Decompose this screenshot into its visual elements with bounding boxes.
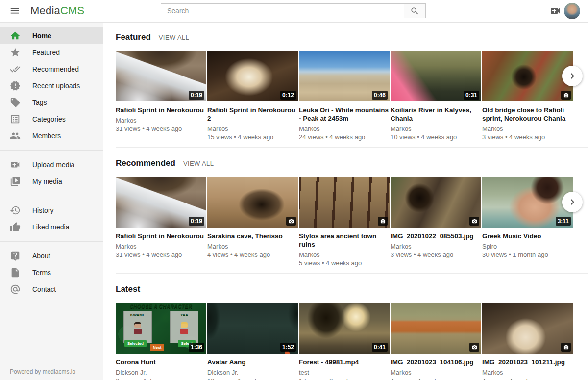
upload-media-icon[interactable] xyxy=(549,5,562,18)
media-card[interactable]: 0:31 Koiliaris River in Kalyves, Chania … xyxy=(391,51,481,141)
search-input[interactable] xyxy=(161,3,404,18)
media-title[interactable]: Greek Music Video xyxy=(482,232,573,240)
sidebar-item-featured[interactable]: Featured xyxy=(0,44,103,61)
media-title[interactable]: IMG_20201022_085503.jpg xyxy=(391,232,481,240)
logo-text-primary: Media xyxy=(30,4,60,17)
media-card[interactable]: Old bridge close to Rafioli sprint, Nero… xyxy=(482,51,573,141)
photo-thumbnail[interactable] xyxy=(391,303,481,354)
media-title[interactable]: IMG_20201023_101211.jpg xyxy=(482,358,573,366)
media-title[interactable]: Corona Hunt xyxy=(116,358,206,366)
sidebar-item-recent-uploads[interactable]: Recent uploads xyxy=(0,77,103,94)
video-thumbnail[interactable]: 0:19 xyxy=(116,177,206,228)
media-author[interactable]: Spiro xyxy=(482,243,573,250)
media-card[interactable]: 0:19 Rafioli Sprint in Nerokourou Markos… xyxy=(116,177,206,267)
section-recommended: Recommended VIEW ALL 0:19 Rafioli Sprint… xyxy=(116,158,588,274)
media-title[interactable]: Forest - 49981.mp4 xyxy=(299,358,390,366)
media-author[interactable]: Markos xyxy=(391,243,481,250)
app-logo[interactable]: MediaCMS xyxy=(30,4,84,17)
section-latest: Latest CHOOSE A CHARACTER KWAME YAA xyxy=(116,284,588,380)
photo-thumbnail[interactable] xyxy=(299,177,390,228)
media-author[interactable]: Markos xyxy=(116,243,206,250)
media-author[interactable]: Markos xyxy=(299,251,390,258)
media-card[interactable]: 3:11 Greek Music Video Spiro 30 views • … xyxy=(482,177,573,267)
media-author[interactable]: Dickson Jr. xyxy=(116,369,206,376)
media-meta: 3 views • 4 weeks ago xyxy=(482,133,573,141)
sidebar-item-tags[interactable]: Tags xyxy=(0,94,103,111)
media-card[interactable]: 0:12 Rafioli Sprint in Nerokourou 2 Mark… xyxy=(207,51,298,141)
photo-thumbnail[interactable] xyxy=(482,303,573,354)
media-meta: 4 views • 4 weeks ago xyxy=(391,377,481,380)
media-card[interactable]: IMG_20201022_085503.jpg Markos 3 views •… xyxy=(391,177,481,267)
video-thumbnail[interactable]: 0:12 xyxy=(207,51,298,101)
media-title[interactable]: Old bridge close to Rafioli sprint, Nero… xyxy=(482,106,573,123)
view-all-link[interactable]: VIEW ALL xyxy=(183,160,214,167)
photo-thumbnail[interactable] xyxy=(482,51,573,101)
duration-badge: 1:52 xyxy=(280,343,296,352)
view-all-link[interactable]: VIEW ALL xyxy=(159,34,189,41)
media-author[interactable]: test xyxy=(299,369,390,376)
media-title[interactable]: Rafioli Sprint in Nerokourou xyxy=(116,232,206,240)
media-title[interactable]: IMG_20201023_104106.jpg xyxy=(391,358,481,366)
section-divider xyxy=(116,273,588,274)
sidebar-item-home[interactable]: Home xyxy=(0,27,103,44)
sidebar-item-liked-media[interactable]: Liked media xyxy=(0,219,103,235)
media-card[interactable]: 0:41 Forest - 49981.mp4 test 17 views • … xyxy=(299,303,390,380)
media-title[interactable]: Avatar Aang xyxy=(207,358,298,366)
media-card[interactable]: IMG_20201023_104106.jpg Markos 4 views •… xyxy=(391,303,481,380)
carousel-next-button[interactable] xyxy=(562,192,583,212)
video-thumbnail[interactable]: 3:11 xyxy=(482,177,573,228)
media-card[interactable]: CHOOSE A CHARACTER KWAME YAA Selected Ne… xyxy=(116,303,206,380)
top-bar: MediaCMS xyxy=(0,0,588,23)
sidebar-item-categories[interactable]: Categories xyxy=(0,111,103,127)
search-button[interactable] xyxy=(404,3,426,18)
media-title[interactable]: Stylos area ancient town ruins xyxy=(299,232,390,249)
media-title[interactable]: Sarakina cave, Therisso xyxy=(207,232,298,240)
media-author[interactable]: Markos xyxy=(482,125,573,132)
photo-thumbnail[interactable] xyxy=(391,177,481,228)
media-author[interactable]: Markos xyxy=(391,125,481,132)
media-author[interactable]: Markos xyxy=(207,243,298,250)
section-title: Latest xyxy=(116,284,140,294)
section-featured: Featured VIEW ALL 0:19 Rafioli Sprint in… xyxy=(116,32,588,148)
media-card[interactable]: 1:52 Avatar Aang Dickson Jr. 12 views • … xyxy=(207,303,298,380)
video-thumbnail[interactable]: 1:52 xyxy=(207,303,298,354)
sidebar-item-label: Liked media xyxy=(32,223,70,231)
media-card[interactable]: Sarakina cave, Therisso Markos 4 views •… xyxy=(207,177,298,267)
media-card[interactable]: 0:46 Leuka Ori - White mountains - Peak … xyxy=(299,51,390,141)
duration-badge: 3:11 xyxy=(556,217,571,226)
media-author[interactable]: Markos xyxy=(299,125,390,132)
sidebar-item-terms[interactable]: Terms xyxy=(0,264,103,281)
video-thumbnail[interactable]: 0:46 xyxy=(299,51,390,101)
user-avatar[interactable] xyxy=(564,3,580,19)
media-card[interactable]: 0:19 Rafioli Sprint in Nerokourou Markos… xyxy=(116,51,206,141)
media-author[interactable]: Markos xyxy=(116,117,206,124)
camera-icon xyxy=(289,219,294,224)
sidebar-item-recommended[interactable]: Recommended xyxy=(0,61,103,77)
media-title[interactable]: Rafioli Sprint in Nerokourou xyxy=(116,106,206,114)
media-title[interactable]: Koiliaris River in Kalyves, Chania xyxy=(391,106,481,123)
media-title[interactable]: Leuka Ori - White mountains - Peak at 24… xyxy=(299,106,390,123)
video-thumbnail[interactable]: 0:31 xyxy=(391,51,481,101)
media-card[interactable]: IMG_20201023_101211.jpg Markos 4 views •… xyxy=(482,303,573,380)
media-author[interactable]: Markos xyxy=(207,125,298,132)
media-author[interactable]: Markos xyxy=(391,369,481,376)
video-thumbnail[interactable]: 0:19 xyxy=(116,51,206,101)
video-thumbnail[interactable]: 0:41 xyxy=(299,303,390,354)
sidebar-item-my-media[interactable]: My media xyxy=(0,173,103,190)
sidebar-item-label: About xyxy=(32,252,50,260)
video-thumbnail[interactable]: CHOOSE A CHARACTER KWAME YAA Selected Ne… xyxy=(116,303,206,354)
sidebar-item-members[interactable]: Members xyxy=(0,127,103,144)
media-title[interactable]: Rafioli Sprint in Nerokourou 2 xyxy=(207,106,298,123)
photo-thumbnail[interactable] xyxy=(207,177,298,228)
sidebar-item-contact[interactable]: Contact xyxy=(0,281,103,298)
sidebar-item-upload-media[interactable]: Upload media xyxy=(0,156,103,173)
sidebar-item-history[interactable]: History xyxy=(0,202,103,219)
sidebar-item-label: Recommended xyxy=(32,65,79,73)
media-author[interactable]: Dickson Jr. xyxy=(207,369,298,376)
menu-icon[interactable] xyxy=(8,5,22,17)
carousel-next-button[interactable] xyxy=(562,66,583,86)
sidebar-item-about[interactable]: About xyxy=(0,248,103,264)
media-card[interactable]: Stylos area ancient town ruins Markos 5 … xyxy=(299,177,390,267)
media-author[interactable]: Markos xyxy=(482,369,573,376)
duration-badge: 1:36 xyxy=(189,343,204,352)
